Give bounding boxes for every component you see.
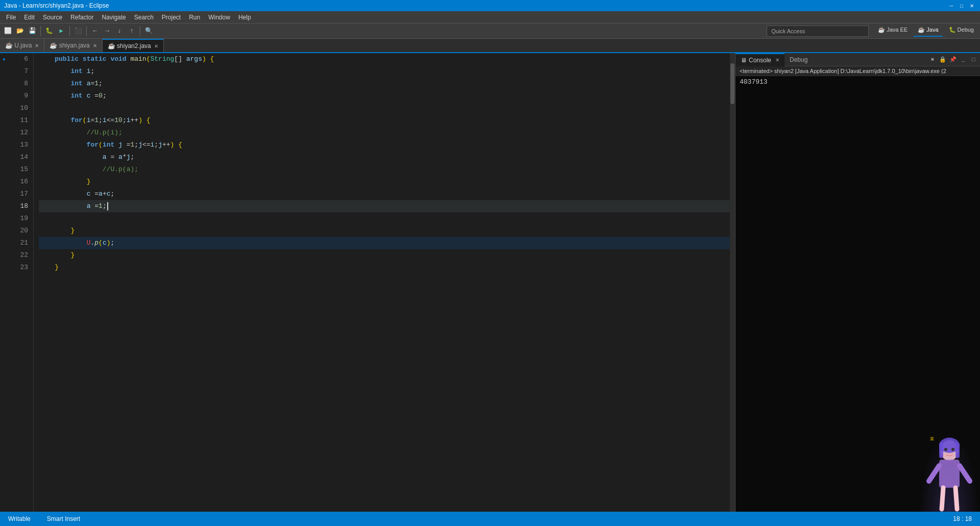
prev-edit-btn[interactable]: ← (89, 26, 101, 37)
debug-tab[interactable]: Debug (785, 53, 813, 66)
code-line-10 (39, 102, 730, 114)
bp-20 (0, 225, 8, 237)
console-tab-close[interactable]: ✕ (775, 57, 779, 63)
status-writable: Writable (5, 515, 34, 522)
close-button[interactable]: ✕ (968, 2, 976, 9)
tab-ujava-close[interactable]: ✕ (35, 43, 39, 49)
console-header-text: <terminated> shiyan2 [Java Application] … (740, 68, 946, 74)
next-ann-btn[interactable]: ↓ (114, 26, 125, 37)
bp-7 (0, 65, 8, 78)
menu-run[interactable]: Run (185, 11, 204, 23)
maximize-button[interactable]: □ (958, 2, 966, 9)
code-line-9: int c =0; (39, 90, 730, 102)
menu-file[interactable]: File (2, 11, 20, 23)
bp-22 (0, 249, 8, 261)
console-min-btn[interactable]: _ (959, 55, 968, 64)
console-clear-btn[interactable]: ✖ (928, 55, 937, 64)
code-area[interactable]: public static void main(String[] args) {… (34, 53, 730, 512)
open-btn[interactable]: 📂 (14, 26, 26, 37)
stop-btn[interactable]: ⬛ (72, 26, 84, 37)
console-max-btn[interactable]: □ (969, 55, 978, 64)
console-pin-btn[interactable]: 📌 (948, 55, 958, 64)
search-btn[interactable]: 🔍 (143, 26, 154, 37)
linenum-14: 14 (13, 151, 28, 163)
save-btn[interactable]: 💾 (27, 26, 38, 37)
status-bar: Writable Smart Insert 18 : 18 (0, 512, 980, 526)
debug-tab-label: Debug (790, 56, 807, 63)
menu-window[interactable]: Window (204, 11, 234, 23)
code-line-20: } (39, 225, 730, 237)
linenum-9: 9 (13, 90, 28, 102)
perspective-java[interactable]: ☕ Java (914, 26, 942, 37)
console-tab-actions: ✖ 🔒 📌 _ □ (928, 55, 980, 64)
title-text: Java - Learn/src/shiyan2.java - Eclipse (4, 2, 109, 9)
tab-shiyan-close[interactable]: ✕ (93, 43, 97, 49)
debug-btn[interactable]: 🐛 (43, 26, 55, 37)
minimize-button[interactable]: ─ (947, 2, 955, 9)
menu-navigate[interactable]: Navigate (97, 11, 130, 23)
svg-text:英: 英 (930, 437, 934, 441)
anime-decoration: 英 (919, 430, 980, 512)
toolbar-sep-1 (40, 26, 41, 36)
tab-ujava[interactable]: ☕ U.java ✕ (0, 39, 44, 52)
perspective-debug[interactable]: 🐛 Debug (945, 26, 978, 37)
tab-shiyan2-close[interactable]: ✕ (154, 43, 158, 49)
bp-13 (0, 139, 8, 151)
menu-project[interactable]: Project (158, 11, 185, 23)
linenum-11: 11 (13, 114, 28, 127)
quick-access-box[interactable]: Quick Access (767, 26, 869, 37)
console-tab[interactable]: 🖥 Console ✕ (736, 53, 785, 66)
prev-ann-btn[interactable]: ↑ (126, 26, 137, 37)
linenum-8: 8 (13, 78, 28, 90)
console-tab-icon: 🖥 (741, 57, 747, 64)
svg-rect-1 (939, 460, 960, 488)
bp-23 (0, 261, 8, 274)
vertical-scrollbar[interactable] (730, 53, 735, 512)
code-line-13: for(int j =1;j<=i;j++) { (39, 139, 730, 151)
code-line-18: a =1; (39, 200, 730, 212)
new-btn[interactable]: ⬜ (2, 26, 13, 37)
toolbar-sep-2 (69, 26, 70, 36)
svg-line-3 (960, 466, 970, 481)
line-numbers: 6 7 8 9 10 11 12 13 14 15 16 17 18 19 20… (8, 53, 34, 512)
tab-bar: ☕ U.java ✕ ☕ shiyan.java ✕ ☕ shiyan2.jav… (0, 39, 980, 53)
bp-21 (0, 237, 8, 249)
svg-point-9 (944, 448, 947, 451)
linenum-10: 10 (13, 102, 28, 114)
menu-bar: File Edit Source Refactor Navigate Searc… (0, 11, 980, 23)
code-line-15: //U.p(a); (39, 163, 730, 176)
run-btn[interactable]: ▶ (56, 26, 67, 37)
toolbar-sep-4 (140, 26, 140, 36)
menu-edit[interactable]: Edit (20, 11, 39, 23)
menu-refactor[interactable]: Refactor (66, 11, 97, 23)
tab-shiyan2[interactable]: ☕ shiyan2.java ✕ (103, 39, 164, 52)
menu-source[interactable]: Source (39, 11, 66, 23)
anime-svg: 英 (924, 435, 975, 512)
code-line-17: c =a+c; (39, 188, 730, 200)
console-header: <terminated> shiyan2 [Java Application] … (736, 66, 980, 76)
bp-8 (0, 78, 8, 90)
svg-rect-8 (955, 443, 960, 458)
menu-search[interactable]: Search (130, 11, 158, 23)
editor-area: ● 6 7 8 9 10 11 12 (0, 53, 735, 512)
status-insert-mode: Smart Insert (44, 515, 83, 522)
tab-shiyan[interactable]: ☕ shiyan.java ✕ (44, 39, 102, 52)
menu-help[interactable]: Help (234, 11, 255, 23)
bp-12 (0, 127, 8, 139)
cursor (107, 202, 108, 210)
linenum-19: 19 (13, 212, 28, 225)
code-line-21: U.p(c); (39, 237, 730, 249)
next-edit-btn[interactable]: → (102, 26, 113, 37)
console-scroll-lock-btn[interactable]: 🔒 (938, 55, 947, 64)
scroll-thumb[interactable] (730, 63, 734, 104)
perspective-javaee[interactable]: ☕ Java EE (874, 26, 912, 37)
linenum-13: 13 (13, 139, 28, 151)
linenum-23: 23 (13, 261, 28, 274)
bp-9 (0, 90, 8, 102)
bp-19 (0, 212, 8, 225)
code-line-16: } (39, 176, 730, 188)
code-line-8: int a=1; (39, 78, 730, 90)
breakpoint-gutter: ● (0, 53, 8, 512)
bp-17 (0, 188, 8, 200)
linenum-7: 7 (13, 65, 28, 78)
